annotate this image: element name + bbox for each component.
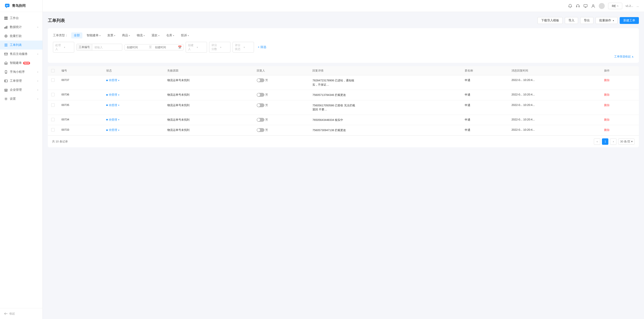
- filter-card: 工单类型： 全部 智能建单 ▾ 发票 ▾ 商品 ▾: [48, 28, 639, 63]
- cell-number: 00737: [58, 75, 103, 90]
- status-text: 待受理: [109, 128, 117, 132]
- prev-page-button[interactable]: ‹: [594, 138, 600, 145]
- page-actions: 下载导入模板 导入 导出 批量操作 ▾ 新建工单: [538, 17, 639, 24]
- select-all-checkbox[interactable]: [51, 69, 55, 72]
- delete-button[interactable]: 删除: [604, 93, 610, 96]
- next-page-button[interactable]: ›: [610, 138, 616, 145]
- status-badge[interactable]: 待受理 ▾: [106, 78, 119, 82]
- batch-ops-button[interactable]: 批量操作 ▾: [596, 17, 618, 24]
- status-badge[interactable]: 待受理 ▾: [106, 103, 119, 107]
- page-title-bar: 工单列表 下载导入模板 导入 导出 批量操作 ▾ 新建工单: [48, 17, 639, 24]
- delete-button[interactable]: 删除: [604, 118, 610, 121]
- sidebar-item-mini-app[interactable]: 手淘小程序 ›: [0, 68, 42, 77]
- cell-group-name: 申通: [461, 100, 508, 115]
- chevron-down-icon: ▾: [173, 34, 174, 37]
- toggle-switch[interactable]: [257, 78, 264, 82]
- toggle-switch[interactable]: [257, 118, 264, 122]
- sidebar-item-ticket-mgmt[interactable]: 工单管理 ›: [0, 77, 42, 85]
- row-checkbox[interactable]: [51, 78, 55, 82]
- new-ticket-button[interactable]: 新建工单: [620, 17, 639, 24]
- ticket-number-input[interactable]: [92, 45, 122, 50]
- cell-status: 待受理 ▾: [103, 90, 164, 100]
- col-header-replier: 回复人: [253, 66, 309, 75]
- bell-icon[interactable]: [568, 4, 572, 8]
- col-header-action: 操作: [601, 66, 639, 75]
- sidebar-item-after-sales[interactable]: 售后主动服务 ›: [0, 50, 42, 59]
- main-area: RE ~ v1.2... ... 工单列表 下载导入模板 导入 导出 批量操作 …: [43, 0, 644, 319]
- status-badge[interactable]: 待受理 ▾: [106, 93, 119, 97]
- cell-reply-detail: 75605713784346 拦截更改: [309, 90, 461, 100]
- tab-refund[interactable]: 退款 ▾: [149, 33, 162, 39]
- table-footer: 共 10 条记录 ‹ 1 › 30 条/页 ▾: [48, 136, 639, 147]
- user-icon[interactable]: [591, 4, 595, 8]
- toggle-switch[interactable]: [257, 128, 264, 132]
- sidebar-item-batch-pay[interactable]: 批量打款: [0, 32, 42, 41]
- score-select[interactable]: 评分分数 ▾: [209, 42, 230, 53]
- row-checkbox[interactable]: [51, 118, 55, 121]
- status-badge[interactable]: 待受理 ▾: [106, 118, 119, 122]
- col-header-number: 编号: [58, 66, 103, 75]
- cell-replier: 芳: [253, 75, 309, 90]
- total-count: 共 10 条记录: [52, 140, 68, 143]
- tab-logistics[interactable]: 物流 ▾: [134, 33, 147, 39]
- cell-group-name: 申通: [461, 115, 508, 125]
- collapse-link[interactable]: 工单筛选收起 ∧: [614, 55, 634, 59]
- toggle-switch[interactable]: [257, 93, 264, 97]
- chevron-down-icon: ▾: [613, 20, 614, 22]
- download-template-button[interactable]: 下载导入模板: [538, 17, 563, 24]
- re-button[interactable]: RE ~: [608, 3, 622, 9]
- export-button[interactable]: 导出: [580, 17, 594, 24]
- tab-smart-order[interactable]: 智能建单 ▾: [84, 33, 103, 39]
- handler-select[interactable]: 处理人 ▾: [53, 42, 74, 53]
- sidebar-item-workbench[interactable]: 工作台: [0, 14, 42, 23]
- page-size-select[interactable]: 30 条/页 ▾: [618, 139, 634, 145]
- sidebar-item-data-stats[interactable]: 数据统计 ›: [0, 23, 42, 32]
- date-start-input[interactable]: [124, 45, 148, 50]
- sidebar-item-settings[interactable]: 设置 ›: [0, 94, 42, 103]
- status-badge[interactable]: 待受理 ▾: [106, 128, 119, 132]
- row-checkbox[interactable]: [51, 93, 55, 96]
- score-status-placeholder: 评分状态: [235, 43, 243, 51]
- ticket-table: 编号 状态 失败原因 回复人 回复详情 群名称 消息回复时间 操作: [48, 66, 639, 136]
- cell-reply-detail: 75605617050586 已签收 无法拦截退回 不要…: [309, 100, 461, 115]
- tab-all[interactable]: 全部: [71, 33, 82, 39]
- sidebar-item-smart-order[interactable]: 智能建单 NEW: [0, 59, 42, 68]
- logo-icon: [4, 3, 10, 9]
- tab-product[interactable]: 商品 ▾: [120, 33, 132, 39]
- sidebar-item-corp-mgmt[interactable]: 企业管理 ›: [0, 85, 42, 94]
- table-row: 00733 待受理 ▾ 物流运单号未找到 芳 75605730947138 拦截…: [48, 125, 639, 136]
- chevron-down-icon: ▾: [244, 46, 252, 49]
- score-status-select[interactable]: 评分状态 ▾: [232, 42, 254, 53]
- delete-button[interactable]: 删除: [604, 128, 610, 132]
- tab-warehouse[interactable]: 仓库 ▾: [164, 33, 177, 39]
- list-icon: [4, 43, 8, 47]
- chevron-down-icon: ▾: [129, 34, 130, 37]
- delete-button[interactable]: 删除: [604, 79, 610, 82]
- row-checkbox[interactable]: [51, 128, 55, 132]
- delete-button[interactable]: 删除: [604, 104, 610, 107]
- avatar[interactable]: [599, 3, 605, 9]
- row-checkbox[interactable]: [51, 103, 55, 107]
- svg-rect-9: [4, 45, 8, 45]
- reply-detail-text: 75605713784346 拦截更改: [312, 93, 355, 97]
- status-text: 待受理: [109, 78, 117, 82]
- toggle-switch[interactable]: [257, 103, 264, 107]
- add-filter-button[interactable]: + 筛选: [258, 45, 266, 49]
- headset-icon[interactable]: [576, 4, 580, 8]
- import-button[interactable]: 导入: [565, 17, 578, 24]
- page-1-button[interactable]: 1: [602, 138, 608, 145]
- content-area: 工单列表 下载导入模板 导入 导出 批量操作 ▾ 新建工单 工单类型：: [43, 12, 644, 319]
- sidebar-item-ticket-list[interactable]: 工单列表: [0, 41, 42, 50]
- status-dot: [106, 119, 108, 120]
- tab-invoice[interactable]: 发票 ▾: [105, 33, 118, 39]
- sidebar-item-data-stats-label: 数据统计: [10, 25, 22, 29]
- cell-number: 00733: [58, 125, 103, 136]
- sidebar-footer[interactable]: 收起: [0, 308, 42, 319]
- screen-icon[interactable]: [584, 4, 588, 8]
- date-end-input[interactable]: [153, 45, 176, 50]
- replier-toggle: 芳: [257, 78, 306, 82]
- creator-select[interactable]: 创建人 ▾: [186, 42, 207, 53]
- replier-name: 芳: [265, 118, 268, 122]
- tab-complaint[interactable]: 投诉 ▾: [178, 33, 192, 39]
- table-row: 00736 待受理 ▾ 物流运单号未找到 芳 75605713784346 拦截…: [48, 90, 639, 100]
